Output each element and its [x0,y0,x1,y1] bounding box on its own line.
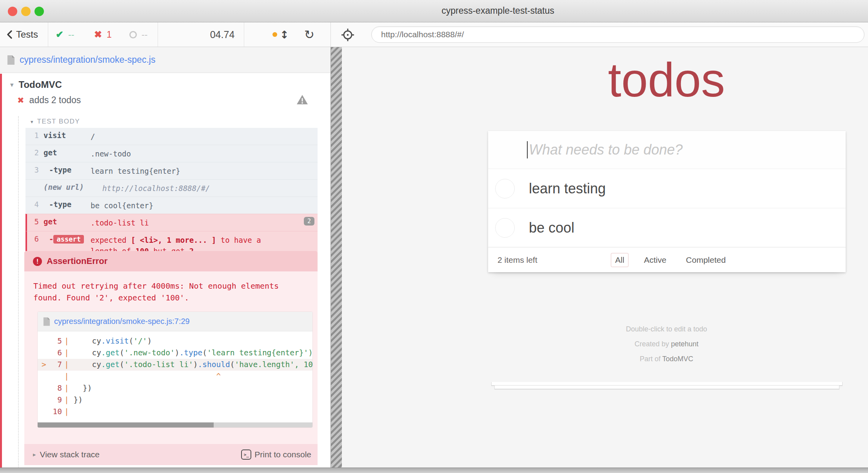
command-message: .todo-list li [91,217,275,228]
auto-scroll-toggle[interactable]: ↕ [272,22,289,47]
command-name: -type [44,166,91,174]
close-window-button[interactable] [8,7,17,16]
child-command-dash: - [49,235,53,243]
panel-resizer-handle[interactable] [330,47,342,468]
command-number: 3 [25,166,44,174]
command-row-failed[interactable]: 5 get .todo-list li 2 [25,214,318,231]
command-message: learn testing{enter} [91,166,275,176]
code-line-caret: | ^ [38,371,312,382]
command-name: (new url) [44,183,102,191]
todos-app-title: todos [608,53,725,107]
command-number: 5 [27,217,44,226]
code-line: 5| cy.visit('/') [38,335,312,347]
scrollbar-thumb[interactable] [38,422,214,428]
code-line: 10| [38,406,312,418]
restart-tests-button[interactable]: ↻ [304,22,314,47]
code-frame-body: 5| cy.visit('/') 6| cy.get('.new-todo').… [38,331,312,419]
minimize-window-button[interactable] [21,7,31,16]
author-link[interactable]: petehunt [671,340,698,348]
titlebar: cypress-example-test-status [0,0,868,22]
command-name: -type [44,200,91,209]
zoom-window-button[interactable] [35,7,44,16]
aut-url-input[interactable] [371,26,864,43]
suite-row-todomvc[interactable]: ▾ TodoMVC [10,79,62,90]
code-frame-file-link[interactable]: cypress/integration/smoke-spec.js:7:29 [54,317,190,326]
command-message: be cool{enter} [91,200,275,211]
view-stack-trace-toggle[interactable]: ▸ View stack trace [33,450,100,459]
aut-pane: todos learn testing be cool 2 items left… [342,47,868,468]
back-to-tests-button[interactable]: Tests [6,22,38,47]
filter-active[interactable]: Active [639,253,670,267]
error-footer: ▸ View stack trace >_ Print to console [24,444,318,465]
command-row[interactable]: 2 get .new-todo [25,145,318,162]
terminal-icon: >_ [241,449,251,460]
todo-app-footer: 2 items left All Active Completed [488,247,846,272]
command-row[interactable]: 1 visit / [25,128,318,145]
assert-badge: assert [53,235,84,244]
print-to-console-button[interactable]: >_ Print to console [241,449,311,460]
window-controls [8,7,44,16]
crosshair-icon [341,28,355,42]
error-code-frame: cypress/integration/smoke-spec.js:7:29 5… [37,311,313,428]
error-header: ! AssertionError [24,251,318,271]
todo-app-card: learn testing be cool 2 items left All A… [488,131,846,272]
element-count-badge: 2 [304,217,314,226]
command-row[interactable]: 3 -type learn testing{enter} [25,162,318,179]
todo-checkbox-circle[interactable] [495,179,515,198]
code-line-highlighted: >7| cy.get('.todo-list li').should('have… [38,359,312,371]
toolbar-divider [330,22,331,47]
chevron-down-icon: ▾ [31,119,33,125]
stat-failed: ✖ 1 [94,22,112,47]
command-message: http://localhost:8888/#/ [102,183,287,194]
todo-label[interactable]: learn testing [529,180,606,197]
test-error-region: ! AssertionError Timed out retrying afte… [24,251,318,465]
app-info-footer: Double-click to edit a todo Created by p… [626,322,707,366]
failed-suite-accent [0,74,2,468]
passed-count: -- [68,29,74,40]
code-line: 8| }) [38,382,312,394]
todo-label[interactable]: be cool [529,220,574,236]
test-duration: 04.74 [201,22,244,47]
chevron-down-icon: ▾ [10,81,14,89]
code-line: 9| }) [38,394,312,406]
back-to-tests-label: Tests [16,29,38,40]
toolbar-divider [158,22,158,47]
part-of-line: Part of TodoMVC [626,351,707,366]
command-row-new-url[interactable]: (new url) http://localhost:8888/#/ [25,179,318,196]
x-icon: ✖ [94,29,102,40]
error-message: Timed out retrying after 4000ms: Not eno… [24,271,318,304]
items-left-count: 2 items left [498,255,538,265]
command-message: .new-todo [91,148,275,159]
circle-icon [129,31,137,38]
spec-file-link[interactable]: cypress/integration/smoke-spec.js [20,55,155,65]
command-number: 4 [25,200,44,209]
test-body-toggle[interactable]: ▾ TEST BODY [31,118,80,126]
stat-pending: -- [129,22,147,47]
command-number: 1 [25,131,44,140]
failed-count: 1 [107,29,112,40]
new-todo-input[interactable] [488,131,846,169]
error-circle-icon: ! [33,257,42,266]
card-stack-layer [491,382,843,386]
todo-item[interactable]: learn testing [488,169,846,208]
filter-all[interactable]: All [611,253,628,267]
new-todo-section [488,131,846,169]
print-to-console-label: Print to console [254,450,311,459]
warning-triangle-icon [296,94,308,107]
test-row-adds-2-todos[interactable]: ✖ adds 2 todos [17,95,319,106]
command-number: 6 [27,235,44,243]
created-by-line: Created by petehunt [626,337,707,351]
todo-checkbox-circle[interactable] [495,218,515,238]
edit-hint: Double-click to edit a todo [626,322,707,337]
todo-item[interactable]: be cool [488,208,846,247]
filter-completed[interactable]: Completed [682,253,730,267]
toolbar-divider [48,22,48,47]
test-title: adds 2 todos [29,95,81,106]
command-row[interactable]: 4 -type be cool{enter} [25,196,318,214]
window-title: cypress-example-test-status [441,5,554,16]
todomvc-link[interactable]: TodoMVC [662,355,693,363]
cypress-runner-window: cypress-example-test-status Tests ✔ -- ✖… [0,0,868,473]
refresh-icon: ↻ [304,27,314,42]
selector-playground-button[interactable] [341,28,355,44]
code-horizontal-scrollbar[interactable] [38,422,312,428]
